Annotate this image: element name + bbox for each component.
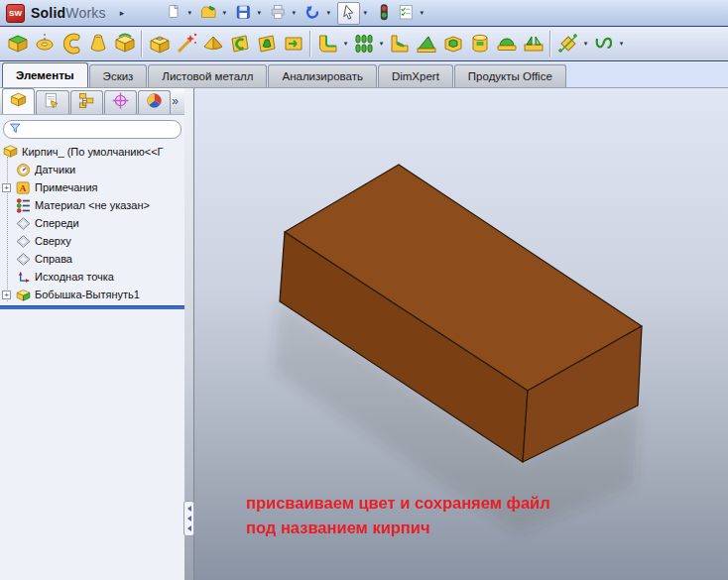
quick-access-toolbar: ▾▾▾▾▾▾▾: [164, 2, 429, 25]
open-dropdown-arrow-icon[interactable]: ▾: [219, 9, 229, 17]
dimxpertmanager-tab[interactable]: [104, 90, 137, 114]
part-icon: [2, 143, 19, 161]
options-checklist-dropdown-arrow-icon[interactable]: ▾: [417, 9, 426, 17]
fillet-button[interactable]: [314, 30, 341, 58]
wrap-button[interactable]: [466, 30, 493, 58]
tree-item-right-plane[interactable]: Справа: [0, 250, 184, 268]
panel-more-chevron-icon[interactable]: »: [172, 94, 179, 108]
rebuild-traffic-light-button[interactable]: [374, 3, 395, 24]
note-icon: A: [15, 179, 32, 196]
tutorial-annotation: присваиваем цвет и сохраняем файл под на…: [246, 491, 550, 540]
options-checklist-button[interactable]: [396, 3, 417, 24]
feature-tree: Кирпич_ (По умолчанию<<ГДатчики+AПримеча…: [0, 143, 184, 303]
panel-collapse-handle[interactable]: [183, 501, 194, 536]
dome-button[interactable]: [493, 30, 520, 58]
tree-item-label: Материал <не указан>: [35, 199, 150, 211]
featuremanager-tab[interactable]: [2, 88, 35, 114]
open-button[interactable]: [198, 3, 219, 24]
extruded-boss-button[interactable]: [4, 30, 31, 58]
displaymanager-tab[interactable]: [138, 90, 171, 114]
print-dropdown-arrow-icon[interactable]: ▾: [289, 9, 299, 17]
shell-button[interactable]: [439, 30, 466, 58]
curves-button[interactable]: [590, 30, 617, 58]
feature-filter-box: [3, 120, 182, 139]
select-pointer-button[interactable]: [337, 2, 360, 25]
plane-icon: [15, 233, 32, 250]
filter-input[interactable]: [22, 122, 181, 137]
lofted-boss-button[interactable]: [84, 30, 111, 58]
app-title: SolidWorks: [31, 5, 106, 21]
revolved-boss-button[interactable]: [31, 30, 58, 58]
expander-plus-icon[interactable]: +: [2, 290, 11, 299]
mirror-button[interactable]: [520, 30, 546, 58]
commandmanager-tab-bar: ЭлементыЭскизЛистовой металлАнализироват…: [0, 62, 728, 88]
swept-boss-button[interactable]: [58, 30, 84, 58]
new-document-button[interactable]: [164, 3, 184, 24]
rollback-bar[interactable]: [0, 305, 184, 309]
featuremanager-tab-strip: »: [0, 88, 184, 115]
tree-item-label: Спереди: [35, 217, 79, 229]
solidworks-window: SW SolidWorks ▸ ▾▾▾▾▾▾▾ ▾▾▾▾ ЭлементыЭск…: [0, 0, 728, 580]
fillet-dropdown-arrow-icon[interactable]: ▾: [341, 40, 350, 48]
sensor-icon: [15, 162, 32, 178]
tab-dimxpert[interactable]: DimXpert: [378, 64, 453, 87]
pm-part-icon: [9, 90, 28, 113]
hole-wizard-button[interactable]: [173, 30, 199, 58]
boundary-boss-button[interactable]: [111, 30, 138, 58]
linear-pattern-button[interactable]: [350, 30, 377, 58]
tree-item-label: Справа: [35, 253, 72, 265]
curves-dropdown-arrow-icon[interactable]: ▾: [617, 40, 626, 48]
save-button[interactable]: [233, 3, 254, 24]
solidworks-logo-icon: SW: [6, 4, 25, 23]
draft-button[interactable]: [413, 30, 439, 58]
plane-icon: [15, 215, 32, 232]
linear-pattern-dropdown-arrow-icon[interactable]: ▾: [377, 40, 386, 48]
pm-dimx-icon: [111, 91, 130, 114]
tab-sheet-metal[interactable]: Листовой металл: [148, 64, 267, 87]
revolved-cut-button[interactable]: [199, 30, 226, 58]
menu-expand-arrow-icon[interactable]: ▸: [120, 8, 125, 18]
tree-item-label: Кирпич_ (По умолчанию<<Г: [22, 146, 164, 158]
swept-cut-button[interactable]: [226, 30, 253, 58]
title-bar: SW SolidWorks ▸ ▾▾▾▾▾▾▾: [0, 0, 728, 27]
origin-icon: [15, 269, 32, 286]
toolbar-separator: [549, 31, 551, 57]
tab-evaluate[interactable]: Анализировать: [268, 64, 376, 87]
save-dropdown-arrow-icon[interactable]: ▾: [254, 9, 264, 17]
rib-button[interactable]: [386, 30, 413, 58]
tab-elements[interactable]: Элементы: [2, 62, 88, 87]
configurationmanager-tab[interactable]: [70, 90, 103, 114]
propertymanager-tab[interactable]: [36, 90, 68, 114]
collapse-arrow-icon: [187, 506, 191, 512]
tree-item-part-root[interactable]: Кирпич_ (По умолчанию<<Г: [0, 143, 184, 161]
tree-item-boss-extrude1[interactable]: +Бобышка-Вытянуть1: [0, 286, 184, 303]
undo-dropdown-arrow-icon[interactable]: ▾: [323, 9, 333, 17]
panel-splitter[interactable]: [184, 88, 194, 580]
tree-item-label: Исходная точка: [35, 271, 114, 283]
select-pointer-dropdown-arrow-icon[interactable]: ▾: [360, 9, 370, 17]
material-icon: [15, 197, 32, 214]
tree-item-annotations[interactable]: +AПримечания: [0, 178, 184, 196]
expander-plus-icon[interactable]: +: [2, 183, 11, 192]
featuremanager-panel: » Кирпич_ (По умолчанию<<ГДатчики+AПриме…: [0, 88, 184, 580]
tab-sketch[interactable]: Эскиз: [89, 64, 148, 87]
new-document-dropdown-arrow-icon[interactable]: ▾: [184, 9, 194, 17]
tree-item-front-plane[interactable]: Спереди: [0, 214, 184, 232]
undo-button[interactable]: [303, 3, 323, 24]
pm-display-icon: [145, 91, 164, 114]
print-button[interactable]: [268, 3, 289, 24]
pm-config-icon: [77, 91, 96, 114]
graphics-viewport[interactable]: присваиваем цвет и сохраняем файл под на…: [194, 88, 728, 580]
tree-item-origin[interactable]: Исходная точка: [0, 268, 184, 286]
tree-item-top-plane[interactable]: Сверху: [0, 232, 184, 250]
reference-geometry-button[interactable]: [554, 30, 581, 58]
lofted-cut-button[interactable]: [253, 30, 280, 58]
reference-geometry-dropdown-arrow-icon[interactable]: ▾: [581, 40, 590, 48]
boundary-cut-button[interactable]: [280, 30, 306, 58]
tree-item-sensors[interactable]: Датчики: [0, 161, 184, 178]
features-toolbar: ▾▾▾▾: [0, 27, 728, 61]
toolbar-separator: [141, 31, 143, 57]
tab-office-products[interactable]: Продукты Office: [454, 64, 566, 87]
tree-item-material[interactable]: Материал <не указан>: [0, 196, 184, 214]
extruded-cut-button[interactable]: [146, 30, 173, 58]
